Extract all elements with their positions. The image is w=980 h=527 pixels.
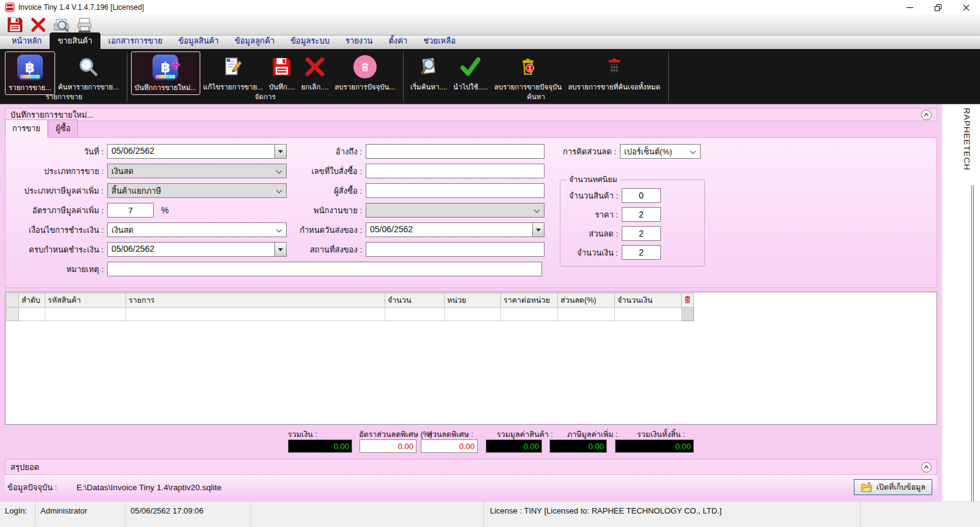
discount-decimals-input[interactable]: [622, 226, 661, 241]
open-datastore-button[interactable]: เปิดที่เก็บข้อมูล: [854, 479, 932, 495]
column-header[interactable]: จำนวน: [385, 294, 445, 308]
payment-terms-select[interactable]: เงินสด: [107, 222, 287, 237]
menu-tab-system[interactable]: ข้อมูลระบบ: [282, 32, 337, 49]
reference-input[interactable]: [366, 144, 545, 159]
delete-all-found-button[interactable]: ลบรายการขายที่ค้นเจอทั้งหมด: [565, 51, 663, 94]
app-icon: [5, 2, 15, 12]
ribbon: ฿ รายการขาย... ค้นหารายการขาย... รายการข…: [0, 49, 980, 103]
qty-decimals-label: จำนวนสินค้า :: [565, 189, 622, 202]
discount-decimals-label: ส่วนลด :: [565, 227, 622, 240]
dropdown-arrow-icon: [278, 150, 283, 153]
toolbar-save-button[interactable]: [5, 16, 24, 34]
dropdown-arrow-icon: [278, 248, 283, 251]
grid-empty-row[interactable]: [7, 308, 694, 321]
cell[interactable]: [615, 308, 682, 321]
brand-line: [973, 185, 974, 501]
date-dropdown-button[interactable]: [533, 222, 545, 237]
toolbar-cancel-button[interactable]: [28, 16, 48, 34]
delivery-place-input[interactable]: [366, 242, 545, 257]
close-button[interactable]: [952, 0, 980, 15]
price-decimals-input[interactable]: [622, 207, 661, 222]
row-selector-cell[interactable]: [7, 308, 19, 321]
delete-current-sale-button[interactable]: 1 ลบรายการขายปัจจุบัน: [491, 51, 565, 94]
column-header[interactable]: หน่วย: [445, 294, 501, 308]
sales-list-button[interactable]: ฿ รายการขาย...: [5, 51, 55, 95]
collapse-summary-button[interactable]: [921, 462, 932, 472]
summary-bar[interactable]: สรุปยอด: [5, 459, 937, 475]
edit-document-icon: [222, 54, 243, 80]
delete-row-button[interactable]: [682, 308, 694, 321]
items-grid: ลำดับ รหัสสินค้า รายการ จำนวน หน่วย ราคา…: [5, 292, 937, 425]
tab-buyer[interactable]: ผู้ซื้อ: [48, 119, 78, 137]
menu-tab-sale-documents[interactable]: เอกสารการขาย: [100, 32, 170, 49]
sale-form: วันที่ : 05/06/2562 ประเภทการขาย : เงินส…: [5, 137, 937, 288]
special-discount-rate-value[interactable]: 0.00: [360, 439, 417, 453]
menu-tab-settings[interactable]: ตั้งค่า: [380, 32, 415, 49]
edit-sale-button[interactable]: แก้ไขรายการขาย...: [200, 51, 266, 94]
orderer-input[interactable]: [366, 183, 545, 198]
vat-amount-label: ภาษีมูลค่าเพิ่ม :: [567, 428, 617, 441]
cell[interactable]: [445, 308, 501, 321]
delete-current-button[interactable]: ลบรายการปัจจุบัน...: [331, 51, 398, 94]
cancel-button[interactable]: ยกเลิก....: [298, 51, 331, 94]
cell[interactable]: [126, 308, 385, 321]
toolbar-print-button[interactable]: [75, 16, 94, 34]
due-date-input[interactable]: 05/06/2562: [107, 242, 287, 257]
app-window: Invoice Tiny 1.4 V.1.4.7.196 [Licensed] …: [0, 0, 980, 527]
special-discount-value[interactable]: 0.00: [421, 439, 478, 453]
cell[interactable]: [558, 308, 615, 321]
save-button[interactable]: บันทึก....: [266, 51, 298, 94]
search-sales-button[interactable]: ค้นหารายการขาย...: [55, 51, 122, 94]
vat-type-select[interactable]: สิ้นค้าแยกภาษี: [107, 183, 287, 198]
toolbar-print-preview-button[interactable]: [51, 16, 71, 34]
date-input[interactable]: 05/06/2562: [107, 144, 287, 159]
cell[interactable]: [501, 308, 558, 321]
restore-button[interactable]: [924, 0, 952, 15]
po-number-label: เลขที่ใบสั่งซื้อ :: [295, 165, 366, 178]
menu-tab-reports[interactable]: รายงาน: [337, 32, 380, 49]
tab-sale[interactable]: การขาย: [5, 119, 48, 138]
chevron-up-icon: [924, 464, 929, 470]
cell[interactable]: [385, 308, 445, 321]
special-discount-label: ส่วนลดพิเศษ :: [428, 428, 473, 441]
po-number-input[interactable]: [366, 164, 545, 178]
minimize-button[interactable]: [895, 0, 924, 15]
chevron-down-icon: [276, 227, 282, 233]
apply-search-button[interactable]: นำไปใช้.....: [450, 51, 491, 94]
document-tabs: การขาย ผู้ซื้อ: [5, 123, 937, 137]
discount-mode-select[interactable]: เปอร์เซ็นต์(%): [620, 144, 701, 159]
cell[interactable]: [19, 308, 45, 321]
menu-tab-home[interactable]: หน้าหลัก: [4, 32, 50, 49]
delivery-date-input[interactable]: 05/06/2562: [366, 222, 545, 237]
note-input[interactable]: [107, 262, 542, 276]
column-header[interactable]: จำนวนเงิน: [615, 294, 682, 308]
menu-tab-products[interactable]: ข้อมูลสินค้า: [170, 32, 227, 49]
collapse-panel-button[interactable]: [921, 110, 932, 120]
column-header[interactable]: ราคาต่อหน่วย: [501, 294, 558, 308]
sale-type-select[interactable]: เงินสด: [107, 164, 287, 178]
menu-tab-help[interactable]: ช่วยเหลือ: [415, 32, 464, 49]
date-dropdown-button[interactable]: [275, 144, 287, 159]
cell[interactable]: [45, 308, 126, 321]
new-sale-button[interactable]: ฿+ บันทึกการขายใหม่...: [131, 51, 200, 95]
delete-circle-icon: [353, 54, 377, 80]
amount-decimals-input[interactable]: [622, 245, 661, 260]
new-sale-icon: ฿+: [153, 55, 178, 80]
status-bar: LogIn: Administrator 05/06/2562 17:09:06…: [0, 501, 980, 527]
print-preview-icon: [53, 17, 70, 34]
menu-tab-sales[interactable]: ขายสินค้า: [50, 32, 100, 49]
vat-rate-input[interactable]: [107, 203, 154, 218]
begin-search-button[interactable]: เริ่มค้นหา....: [407, 51, 450, 94]
window-title: Invoice Tiny 1.4 V.1.4.7.196 [Licensed]: [18, 3, 144, 12]
note-label: หมายเหตุ :: [6, 263, 107, 276]
column-header[interactable]: รหัสสินค้า: [45, 294, 126, 308]
menu-tab-customers[interactable]: ข้อมูลลูกค้า: [227, 32, 282, 49]
status-datetime: 05/06/2562 17:09:06: [126, 502, 251, 527]
ribbon-group-search: เริ่มค้นหา.... นำไปใช้..... 1 ลบรายการขา…: [404, 50, 668, 103]
column-header[interactable]: รายการ: [126, 294, 385, 308]
column-header[interactable]: ลำดับ: [19, 294, 45, 308]
column-header[interactable]: ส่วนลด(%): [558, 294, 615, 308]
salesperson-select[interactable]: [366, 203, 545, 218]
qty-decimals-input[interactable]: [622, 188, 661, 203]
date-dropdown-button[interactable]: [275, 242, 287, 257]
